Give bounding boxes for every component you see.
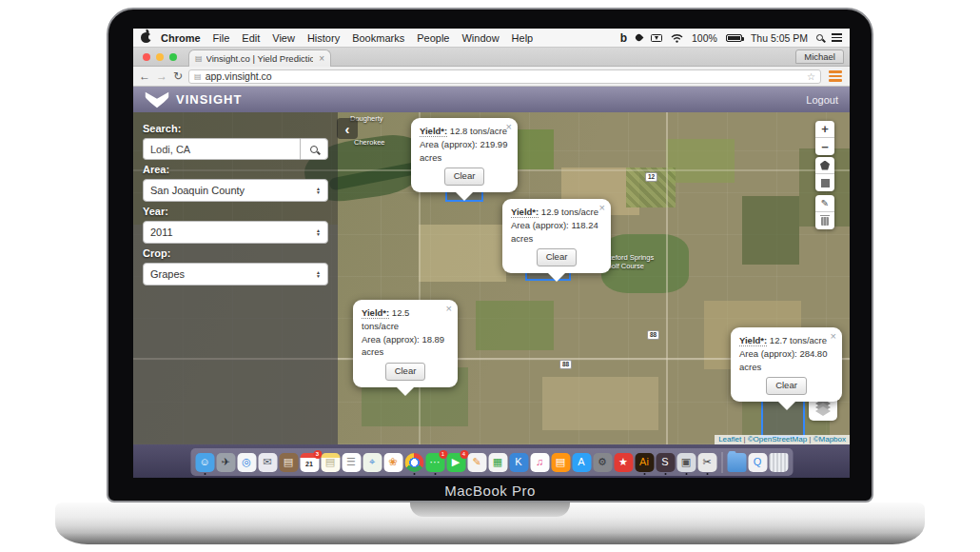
dock-documents-folder-icon[interactable] [727, 453, 746, 472]
menu-item-window[interactable]: Window [461, 32, 499, 44]
running-indicator [664, 473, 666, 475]
battery-percent: 100% [692, 32, 717, 44]
dock-itunes-icon[interactable]: ♫ [530, 453, 549, 472]
clear-button[interactable]: Clear [444, 168, 485, 186]
dock-illustrator-icon[interactable]: Ai [635, 453, 654, 472]
menu-clock[interactable]: Thu 5:05 PM [751, 32, 808, 44]
running-indicator [706, 473, 708, 475]
dock-quicktime-icon[interactable]: Q [748, 453, 767, 472]
fullscreen-window-button[interactable] [169, 53, 177, 61]
map-terrain-patch [666, 139, 735, 183]
crop-select[interactable]: Grapes ▲▼ [143, 263, 328, 286]
dock-finder-icon[interactable]: ☺ [195, 453, 214, 472]
dock-notes-icon[interactable]: ▤ [321, 453, 340, 472]
tab-close-icon[interactable]: × [319, 53, 324, 64]
popup-yield-line: Yield*: 12.9 tons/acre [511, 206, 602, 219]
dock-preview-icon[interactable]: ▣ [676, 453, 696, 472]
draw-rectangle-button[interactable] [815, 174, 834, 191]
menu-item-edit[interactable]: Edit [242, 32, 260, 44]
browser-menu-icon[interactable] [827, 69, 844, 84]
year-select[interactable]: 2011 ▲▼ [143, 221, 328, 244]
dock-pages-icon[interactable]: ✎ [467, 453, 486, 472]
dock-calendar-icon[interactable]: 213 [300, 453, 319, 472]
delete-layers-button[interactable] [815, 212, 834, 229]
vinsight-logo-icon [145, 91, 169, 108]
draw-polygon-button[interactable] [815, 157, 834, 174]
dock: ☺✈◎✉▤213▤☰⌖❀⋯1▶4✎▦K♫▤A⚙★AiS▣✂Q [190, 448, 793, 476]
browser-tab[interactable]: ▤ Vinsight.co | Yield Predictio × [188, 49, 331, 67]
display-status-icon[interactable] [651, 34, 662, 42]
route-shield-88b: 88 [647, 330, 659, 340]
dock-ibooks-icon[interactable]: ▤ [551, 453, 570, 472]
dock-wunderlist-icon[interactable]: ★ [614, 453, 633, 472]
page-icon: ▤ [194, 72, 202, 81]
logout-button[interactable]: Logout [806, 94, 838, 106]
dock-app-store-icon[interactable]: A [572, 453, 591, 472]
map[interactable]: Dougherty Cherokee Ampere Lockeford Spri… [133, 112, 850, 444]
apple-icon[interactable] [141, 32, 151, 43]
menu-item-file[interactable]: File [213, 32, 230, 44]
collapse-sidebar-button[interactable]: ‹ [337, 118, 358, 139]
zoom-in-button[interactable]: + [815, 121, 834, 138]
dock-facetime-icon[interactable]: ▶4 [446, 453, 465, 472]
menu-item-people[interactable]: People [417, 32, 449, 44]
dock-system-preferences-icon[interactable]: ⚙ [593, 453, 612, 472]
popup-close-icon[interactable]: × [446, 302, 452, 317]
menu-item-history[interactable]: History [307, 32, 340, 44]
dock-mail-icon[interactable]: ✉ [258, 453, 277, 472]
sidebar: Search: Area: San Joaquin County ▲▼ Year… [133, 112, 338, 444]
back-button[interactable]: ← [139, 70, 150, 82]
dock-messages-icon[interactable]: ⋯1 [425, 453, 444, 472]
dock-reminders-icon[interactable]: ☰ [342, 453, 361, 472]
dock-numbers-icon[interactable]: ▦ [488, 453, 507, 472]
osm-link[interactable]: ©OpenStreetMap [748, 435, 807, 444]
dock-safari-icon[interactable]: ◎ [237, 453, 256, 472]
menu-item-bookmarks[interactable]: Bookmarks [352, 32, 404, 44]
leaflet-link[interactable]: Leaflet [718, 435, 741, 444]
popup-close-icon[interactable]: × [831, 329, 836, 345]
dock-photos-icon[interactable]: ❀ [383, 453, 402, 472]
dock-launchpad-icon[interactable]: ✈ [216, 453, 235, 472]
menu-item-help[interactable]: Help [512, 32, 534, 44]
dock-contacts-icon[interactable]: ▤ [279, 453, 298, 472]
forward-button[interactable]: → [156, 70, 167, 82]
popup-close-icon[interactable]: × [599, 201, 605, 216]
address-bar[interactable]: ▤ app.vinsight.co ☆ [188, 69, 821, 84]
wifi-icon[interactable] [671, 33, 683, 43]
popup-close-icon[interactable]: × [506, 120, 512, 135]
battery-icon[interactable] [726, 34, 742, 42]
close-window-button[interactable] [143, 53, 150, 61]
year-value: 2011 [150, 227, 173, 238]
draw-control [815, 157, 834, 191]
search-label: Search: [143, 123, 328, 134]
dock-keynote-icon[interactable]: K [509, 453, 528, 472]
url-text: app.vinsight.co [206, 70, 272, 82]
droplet-status-icon[interactable] [635, 33, 644, 43]
menu-item-view[interactable]: View [272, 32, 295, 44]
clear-button[interactable]: Clear [766, 377, 807, 395]
menu-items: Chrome File Edit View History Bookmarks … [161, 32, 533, 44]
b-status-icon[interactable]: b [620, 31, 627, 45]
dock-grab-icon[interactable]: ✂ [697, 453, 716, 472]
browser-profile-button[interactable]: Michael [795, 49, 844, 64]
dock-slack-icon[interactable]: S [656, 453, 675, 472]
mapbox-link[interactable]: ©Mapbox [813, 435, 846, 444]
minimize-window-button[interactable] [156, 53, 164, 61]
dock-separator [721, 452, 722, 473]
zoom-out-button[interactable]: − [815, 138, 834, 155]
route-shield-88: 88 [559, 360, 572, 369]
edit-layers-button[interactable]: ✎ [815, 195, 834, 212]
spotlight-search-icon[interactable] [816, 34, 823, 41]
clear-button[interactable]: Clear [385, 363, 426, 381]
dock-trash-icon[interactable] [769, 453, 788, 472]
reload-button[interactable]: ↻ [173, 70, 183, 82]
notification-center-icon[interactable] [832, 33, 842, 42]
dock-maps-icon[interactable]: ⌖ [363, 453, 382, 472]
area-select[interactable]: San Joaquin County ▲▼ [143, 179, 328, 202]
search-button[interactable] [300, 138, 328, 160]
menu-app-name[interactable]: Chrome [161, 32, 201, 44]
dock-chrome-icon[interactable] [404, 453, 423, 472]
clear-button[interactable]: Clear [537, 248, 578, 266]
search-input[interactable] [143, 138, 300, 160]
bookmark-star-icon[interactable]: ☆ [807, 71, 815, 82]
